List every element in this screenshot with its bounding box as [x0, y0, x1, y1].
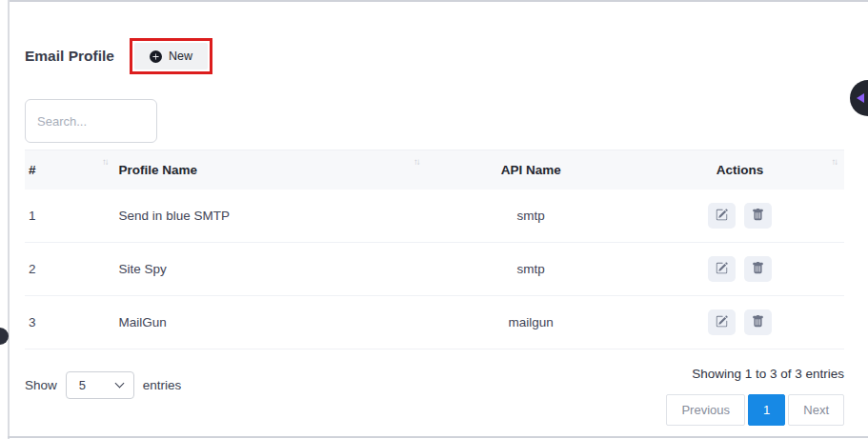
search-input[interactable]	[25, 99, 157, 143]
plus-circle-icon	[150, 50, 162, 63]
profile-name-cell: MailGun	[115, 296, 427, 349]
delete-button[interactable]	[744, 256, 772, 282]
sort-icon: ↑↓	[414, 156, 419, 167]
table-info-text: Showing 1 to 3 of 3 entries	[692, 367, 844, 381]
actions-cell	[639, 243, 844, 296]
column-label: Profile Name	[119, 163, 198, 177]
trash-icon	[752, 209, 764, 224]
left-arrow-icon	[857, 93, 864, 103]
page-length-control: Show 5 entries	[25, 371, 181, 399]
column-label: API Name	[501, 163, 561, 177]
actions-cell	[639, 296, 844, 349]
card-header: Email Profile New	[25, 38, 844, 74]
sort-icon: ↑↓	[832, 156, 838, 167]
table-row: 2 Site Spy smtp	[25, 243, 844, 296]
edit-icon	[716, 315, 728, 330]
api-name-cell: smtp	[426, 243, 639, 296]
trash-icon	[752, 315, 764, 330]
delete-button[interactable]	[744, 203, 772, 229]
profile-name-cell: Send in blue SMTP	[115, 190, 427, 243]
email-profiles-table: # ↑↓ Profile Name ↑↓ API Name Actions ↑↓…	[25, 150, 844, 349]
edit-button[interactable]	[708, 256, 736, 282]
annotation-highlight-box: New	[130, 38, 212, 74]
page-length-select[interactable]: 5	[66, 371, 134, 399]
row-number: 1	[25, 190, 115, 243]
new-button-label: New	[169, 50, 192, 63]
entries-label: entries	[143, 378, 182, 392]
email-profile-card: Email Profile New # ↑↓ Profile Name ↑↓	[10, 0, 868, 426]
profile-name-cell: Site Spy	[115, 243, 427, 296]
column-header-api-name[interactable]: API Name	[426, 150, 639, 190]
api-name-cell: mailgun	[426, 296, 639, 349]
actions-cell	[639, 190, 844, 243]
show-label: Show	[25, 378, 57, 392]
table-row: 1 Send in blue SMTP smtp	[25, 190, 844, 243]
edit-button[interactable]	[708, 203, 736, 229]
row-number: 3	[25, 296, 115, 349]
column-label: Actions	[717, 163, 764, 177]
table-footer: Show 5 entries Showing 1 to 3 of 3 entri…	[25, 365, 844, 426]
edit-icon	[716, 209, 728, 224]
row-number: 2	[25, 243, 115, 296]
sort-icon: ↑↓	[102, 156, 108, 167]
table-row: 3 MailGun mailgun	[25, 296, 844, 349]
pagination-next-button[interactable]: Next	[788, 394, 844, 426]
pagination-page-1-button[interactable]: 1	[748, 394, 785, 426]
pagination-previous-button[interactable]: Previous	[666, 394, 745, 426]
edit-button[interactable]	[708, 309, 736, 335]
page-title: Email Profile	[25, 48, 114, 65]
pagination: Previous 1 Next	[666, 394, 844, 426]
column-header-actions[interactable]: Actions ↑↓	[639, 150, 844, 190]
column-label: #	[29, 163, 36, 177]
api-name-cell: smtp	[426, 190, 639, 243]
card-bottom-border	[8, 436, 868, 438]
edit-icon	[716, 262, 728, 277]
column-header-num[interactable]: # ↑↓	[25, 150, 115, 190]
table-header: # ↑↓ Profile Name ↑↓ API Name Actions ↑↓	[25, 150, 844, 190]
new-button[interactable]: New	[134, 43, 208, 70]
delete-button[interactable]	[744, 309, 772, 335]
column-header-profile-name[interactable]: Profile Name ↑↓	[115, 150, 427, 190]
trash-icon	[752, 262, 764, 277]
